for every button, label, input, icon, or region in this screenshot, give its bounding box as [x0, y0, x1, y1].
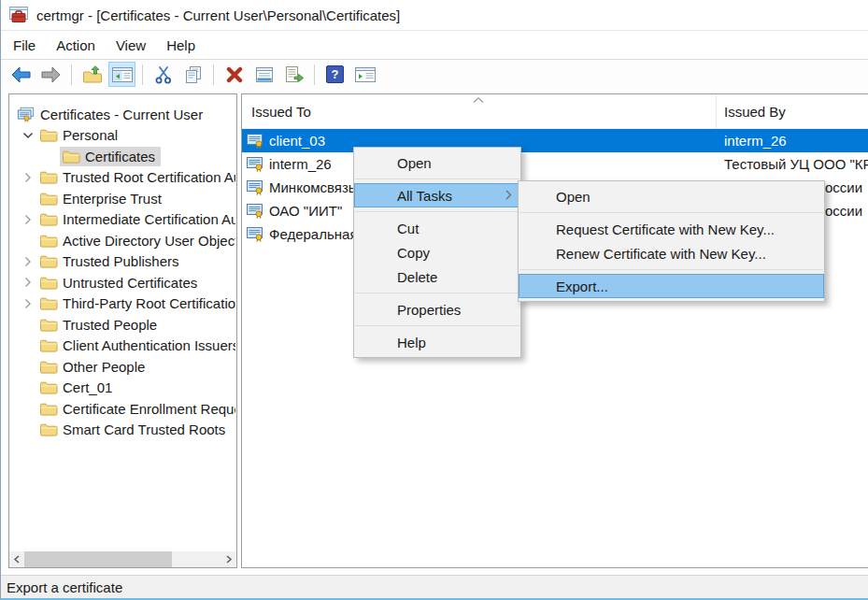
show-hide-console-tree-button[interactable] — [108, 62, 135, 87]
column-header-issued-to[interactable]: Issued To — [242, 94, 717, 128]
tree-item-label: Trusted People — [63, 317, 157, 333]
tree-item-intermediate-certification-aut[interactable]: Intermediate Certification Aut — [10, 209, 235, 231]
context-menu: OpenAll TasksCutCopyDeletePropertiesHelp — [353, 147, 521, 358]
issued-by-cell: interm_26 — [717, 133, 868, 149]
tree-item-untrusted-certificates[interactable]: Untrusted Certificates — [10, 272, 235, 293]
menu-item-help[interactable]: Help — [354, 330, 520, 354]
folder-icon — [39, 379, 58, 395]
menu-item-cut[interactable]: Cut — [354, 216, 520, 240]
tree-item-certificates-current-user[interactable]: Certificates - Current User — [10, 104, 235, 125]
tree-item-label: Other People — [63, 359, 145, 375]
folder-icon — [39, 337, 58, 353]
tree-item-label: Certificates - Current User — [40, 107, 203, 122]
scroll-left-icon[interactable] — [9, 551, 24, 567]
menu-item-request-certificate-with-new-key[interactable]: Request Certificate with New Key... — [519, 217, 824, 241]
menu-item-copy[interactable]: Copy — [354, 240, 520, 264]
tree-node: Active Directory User Object — [37, 231, 235, 250]
help-icon: ? — [326, 65, 344, 83]
show-hide-action-pane-button[interactable] — [351, 62, 378, 87]
delete-button[interactable] — [221, 62, 248, 87]
mmc-app-icon — [8, 6, 29, 24]
tree-item-label: Third-Party Root Certification — [63, 295, 235, 311]
issued-by-text: Тестовый УЦ ООО "КРИ — [724, 156, 868, 172]
menu-item-open[interactable]: Open — [354, 150, 520, 175]
menu-item-renew-certificate-with-new-key[interactable]: Renew Certificate with New Key... — [519, 241, 824, 265]
tree-item-trusted-people[interactable]: Trusted People — [10, 314, 235, 336]
menu-item-label: Delete — [397, 269, 437, 285]
issued-by-cell: Тестовый УЦ ООО "КРИ — [717, 156, 868, 172]
folder-icon — [39, 169, 58, 185]
menu-help[interactable]: Help — [156, 31, 206, 59]
tree-item-third-party-root-certification[interactable]: Third-Party Root Certification — [10, 293, 235, 315]
tree-item-trusted-root-certification-aut[interactable]: Trusted Root Certification Aut — [10, 167, 235, 189]
tree-item-label: Personal — [63, 127, 118, 143]
help-button[interactable]: ? — [321, 62, 349, 87]
chevron-expanded-icon[interactable] — [19, 132, 37, 139]
menu-item-label: Cut — [397, 221, 419, 236]
certificate-icon — [247, 203, 264, 219]
certificate-row-client-03[interactable]: client_03interm_26 — [242, 129, 868, 152]
tree-item-certificates[interactable]: Certificates — [10, 146, 235, 167]
column-header-issued-by[interactable]: Issued By — [717, 94, 868, 128]
menu-item-all-tasks[interactable]: All Tasks — [354, 183, 520, 207]
menu-item-delete[interactable]: Delete — [354, 264, 520, 289]
chevron-collapsed-icon[interactable] — [19, 214, 37, 225]
issued-to-text: client_03 — [269, 133, 325, 149]
toolbar-separator — [142, 64, 143, 85]
certificate-row-interm-26[interactable]: interm_26Тестовый УЦ ООО "КРИ — [242, 152, 868, 176]
menu-item-open[interactable]: Open — [519, 184, 824, 208]
chevron-collapsed-icon[interactable] — [19, 298, 37, 309]
back-button[interactable] — [7, 62, 35, 87]
certificate-list-panel: Issued To Issued By client_03interm_26in… — [241, 93, 868, 568]
tree-node: Client Authentication Issuers — [37, 336, 235, 355]
chevron-collapsed-icon[interactable] — [19, 256, 37, 267]
tree-item-enterprise-trust[interactable]: Enterprise Trust — [10, 188, 235, 209]
certmgr-window: certmgr - [Certificates - Current User\P… — [0, 0, 868, 600]
tree-node: Smart Card Trusted Roots — [37, 420, 231, 439]
tree-item-label: Untrusted Certificates — [63, 275, 197, 291]
chevron-collapsed-icon[interactable] — [19, 277, 37, 288]
issued-by-text: оссии — [825, 203, 862, 219]
scrollbar-track[interactable] — [24, 551, 221, 567]
column-label-issued-to: Issued To — [251, 104, 311, 120]
menu-view[interactable]: View — [106, 31, 156, 59]
menu-item-label: Renew Certificate with New Key... — [556, 246, 766, 262]
scroll-right-icon[interactable] — [221, 551, 236, 567]
tree-item-active-directory-user-object[interactable]: Active Directory User Object — [10, 230, 235, 251]
certificate-icon — [247, 226, 264, 242]
tree-item-personal[interactable]: Personal — [10, 125, 235, 147]
tree-item-certificate-enrollment-reques[interactable]: Certificate Enrollment Reques — [10, 398, 235, 420]
copy-icon — [184, 65, 203, 84]
toolbar-separator — [314, 64, 315, 85]
tree-horizontal-scrollbar[interactable] — [9, 551, 236, 567]
export-list-icon — [284, 65, 305, 84]
properties-button[interactable] — [250, 62, 277, 87]
tree-item-client-authentication-issuers[interactable]: Client Authentication Issuers — [10, 336, 235, 357]
menu-action[interactable]: Action — [46, 31, 106, 59]
certificate-icon — [247, 179, 264, 195]
tree-item-label: Cert_01 — [63, 379, 112, 395]
tree-item-trusted-publishers[interactable]: Trusted Publishers — [10, 251, 235, 273]
tree-node: Personal — [37, 125, 123, 145]
show-hide-console-tree-icon — [111, 65, 134, 84]
tree-item-cert-01[interactable]: Cert_01 — [10, 378, 235, 399]
folder-icon — [39, 211, 58, 227]
copy-button[interactable] — [179, 62, 206, 87]
issued-by-text: interm_26 — [724, 133, 787, 149]
menu-file[interactable]: File — [3, 31, 46, 59]
export-list-button[interactable] — [280, 62, 307, 87]
menu-item-properties[interactable]: Properties — [354, 297, 520, 321]
up-one-level-button[interactable] — [78, 62, 106, 87]
menu-item-export[interactable]: Export... — [519, 274, 824, 298]
tree-node: Other People — [37, 357, 150, 377]
menu-item-label: Properties — [397, 302, 461, 318]
forward-button[interactable] — [37, 62, 64, 87]
tree-item-smart-card-trusted-roots[interactable]: Smart Card Trusted Roots — [10, 420, 235, 441]
tree-item-other-people[interactable]: Other People — [10, 356, 235, 378]
column-label-issued-by: Issued By — [724, 104, 786, 120]
scrollbar-thumb[interactable] — [24, 551, 172, 567]
cut-button[interactable] — [149, 62, 177, 87]
chevron-collapsed-icon[interactable] — [19, 172, 37, 183]
up-one-level-icon — [82, 65, 103, 84]
window-title: certmgr - [Certificates - Current User\P… — [36, 7, 400, 23]
